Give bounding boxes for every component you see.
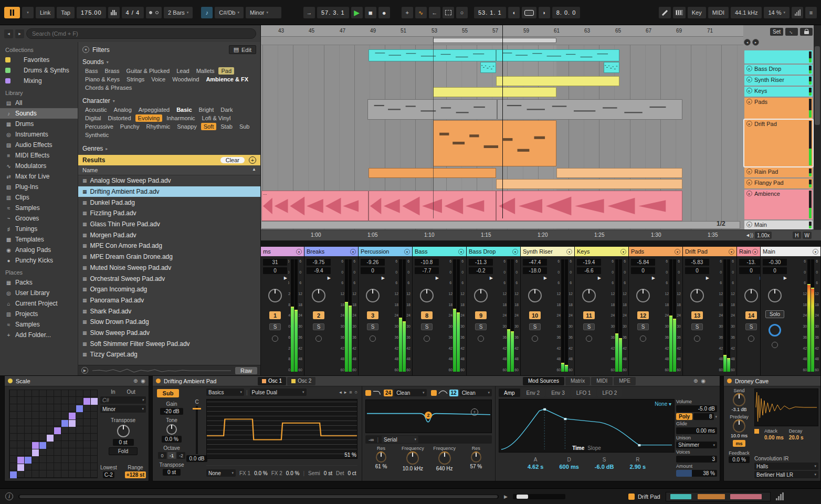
filter-1-slope-badge[interactable]: 24	[384, 390, 393, 396]
track-volume-value[interactable]: -5.84	[631, 259, 655, 266]
tap-tempo-button[interactable]: Tap	[57, 7, 75, 18]
fold-button[interactable]: Fold	[109, 447, 138, 455]
track-collapse-icon[interactable]: ▾	[729, 249, 734, 255]
track-volume-value[interactable]: -19.4	[577, 259, 601, 266]
mixer-track-header[interactable]: Pads ▾	[629, 247, 682, 256]
draw-pencil-icon[interactable]	[659, 7, 671, 18]
computer-midi-keyboard-icon[interactable]	[673, 7, 686, 18]
arrangement-track-header[interactable]: ▸ Keys	[744, 87, 813, 97]
key-root-menu[interactable]: C#/Db▾	[215, 7, 244, 18]
arrangement-track-header[interactable]: ▸ Main	[744, 220, 813, 229]
filter-routing-select[interactable]: Serial▾	[382, 436, 418, 443]
envelope-display[interactable]: None ▾ Time Slope	[499, 399, 675, 453]
mini-scrollbar[interactable]	[513, 494, 565, 499]
fader-db-value[interactable]: 0.0 dB	[186, 455, 207, 462]
envelope-stage-value[interactable]: -6.0 dB	[595, 464, 614, 470]
filter-tag[interactable]: Inharmonic	[164, 114, 197, 122]
filter-tag[interactable]: Punchy	[118, 123, 142, 130]
track-number-badge[interactable]: 11	[583, 311, 595, 319]
tempo-field[interactable]: 175.00	[77, 7, 106, 18]
envelope-stage[interactable]: A 4.62 s	[528, 457, 544, 477]
track-number-badge[interactable]: 8	[421, 311, 433, 319]
metronome-icon[interactable]	[108, 7, 120, 18]
filter-node-2-handle[interactable]: +	[471, 408, 478, 416]
arrangement-track-header[interactable]: ▸ Drift Pad	[744, 120, 813, 166]
track-gain-value[interactable]: 0	[361, 267, 385, 274]
genres-group-header[interactable]: Genres▸	[78, 142, 260, 155]
clip[interactable]	[604, 62, 619, 73]
mixer-track-header[interactable]: Main ▾	[761, 247, 820, 256]
tone-knob[interactable]	[166, 424, 177, 435]
mod-section-tab[interactable]: Matrix	[565, 377, 590, 385]
filter-tag[interactable]: Lead	[174, 67, 192, 75]
osc-tab[interactable]: Osc 1	[258, 377, 286, 385]
pan-knob[interactable]	[768, 289, 782, 302]
arrangement-scrollbar[interactable]	[814, 25, 821, 229]
transpose-value[interactable]: 0 st	[113, 439, 134, 446]
wavetable-display[interactable]	[206, 399, 357, 459]
track-number-badge[interactable]: 12	[637, 311, 649, 319]
wavetable-bank-select[interactable]: Basics▾	[206, 388, 244, 396]
track-number-badge[interactable]: 14	[745, 311, 757, 319]
osc-gain-fader[interactable]	[196, 406, 198, 454]
punch-out-icon[interactable]: ◗	[539, 7, 550, 18]
scale-grid-cell[interactable]	[83, 398, 90, 405]
s-button[interactable]: S	[637, 323, 649, 330]
pan-knob[interactable]	[268, 289, 282, 302]
clip[interactable]	[369, 191, 496, 221]
scale-grid-cell[interactable]	[25, 457, 31, 464]
osc-mod-select[interactable]: None▾	[206, 469, 236, 477]
scale-grid-cell[interactable]	[76, 405, 83, 412]
scale-grid-cell[interactable]	[32, 449, 39, 456]
track-number-badge[interactable]: 1	[269, 311, 281, 319]
scroll-right-icon[interactable]: ▸	[752, 39, 759, 46]
clip[interactable]	[369, 49, 496, 61]
sidebar-item[interactable]: ≈ Samples	[0, 319, 78, 330]
scale-grid-cell[interactable]	[10, 471, 17, 478]
track-gain-value[interactable]: 0	[685, 267, 709, 274]
monitor-icon[interactable]	[272, 335, 278, 342]
envelope-stage-value[interactable]: 600 ms	[560, 464, 579, 470]
result-row[interactable]: ▦ Analog Slow Sweep Pad.adv	[78, 175, 260, 186]
height-zoom-button[interactable]: H	[793, 232, 801, 239]
scale-device-title-bar[interactable]: Scale ⊕◉	[5, 376, 149, 386]
clip[interactable]	[556, 168, 682, 178]
sidebar-item[interactable]: ▦ Drums	[0, 119, 78, 129]
filter-tag[interactable]: Snappy	[174, 123, 199, 130]
filter-tag[interactable]: Woodwind	[170, 76, 202, 83]
next-table-icon[interactable]: ▸	[344, 390, 347, 395]
s-button[interactable]: S	[529, 323, 541, 330]
result-row[interactable]: ▦ Orchestral Sweep Pad.adv	[78, 273, 260, 284]
s-button[interactable]: S	[269, 323, 281, 330]
res-1-value[interactable]: 61 %	[375, 464, 387, 469]
volume-value[interactable]: -5.0 dB	[676, 405, 717, 412]
envelope-tab[interactable]: LFO 2	[597, 388, 623, 397]
scale-grid-cell[interactable]	[69, 420, 76, 427]
ableton-logo-icon[interactable]	[4, 7, 20, 18]
track-gain-value[interactable]: 0	[739, 267, 760, 274]
stop-button[interactable]: ■	[365, 7, 376, 18]
scale-grid-cell[interactable]	[61, 420, 68, 427]
track-play-icon[interactable]: ▸	[746, 77, 752, 82]
result-row[interactable]: ▦ MPE Con Amore Pad.adg	[78, 240, 260, 251]
track-play-icon[interactable]: ▸	[746, 180, 752, 185]
filter-tag[interactable]: Evolving	[135, 114, 163, 122]
s-button[interactable]: S	[313, 323, 324, 330]
result-row[interactable]: ▦ Muted Noise Sweep Pad.adv	[78, 262, 260, 274]
scroll-left-icon[interactable]: ◂	[744, 39, 751, 46]
filter-2-type-select[interactable]: Clean▾	[460, 389, 492, 396]
clip[interactable]	[261, 221, 740, 229]
monitor-icon[interactable]	[694, 335, 700, 342]
scale-grid-cell[interactable]	[91, 398, 98, 405]
key-map-button[interactable]: Key	[688, 7, 706, 18]
track-play-icon[interactable]: ▸	[746, 191, 752, 196]
freq-2-knob[interactable]	[438, 452, 451, 465]
reverb-title-bar[interactable]: Droney Cave	[724, 376, 820, 386]
solo-button[interactable]: Solo	[765, 310, 784, 318]
sidebar-item[interactable]: Mixing	[0, 76, 78, 86]
filter-tag[interactable]: Ambience & FX	[203, 76, 251, 83]
groove-dots-icon[interactable]	[146, 7, 162, 18]
mixer-track-header[interactable]: Breaks ▾	[304, 247, 358, 256]
envelope-tab[interactable]: LFO 1	[571, 388, 596, 397]
scale-grid-cell[interactable]	[47, 435, 54, 442]
